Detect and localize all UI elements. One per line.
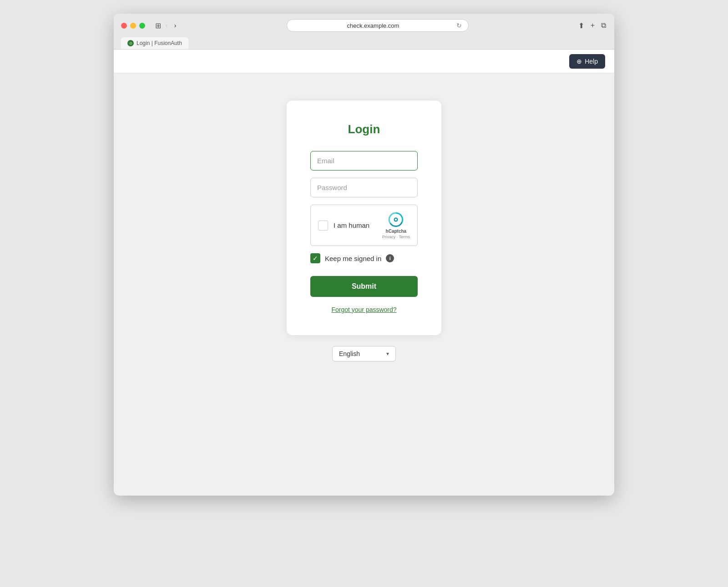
tab-favicon: ⊙ bbox=[127, 40, 134, 46]
forgot-password-link[interactable]: Forgot your password? bbox=[310, 306, 418, 313]
new-tab-icon[interactable]: + bbox=[590, 20, 596, 30]
password-field-group bbox=[310, 178, 418, 197]
close-button[interactable] bbox=[121, 23, 127, 29]
email-field-group bbox=[310, 151, 418, 171]
tab-favicon-letter: ⊙ bbox=[129, 41, 132, 45]
back-button[interactable]: ‹ bbox=[164, 21, 170, 30]
login-title: Login bbox=[310, 122, 418, 136]
tab-title: Login | FusionAuth bbox=[136, 40, 182, 46]
captcha-widget[interactable]: I am human bbox=[310, 205, 418, 246]
checkmark-icon: ✓ bbox=[313, 255, 318, 261]
main-content: Login I am human bbox=[114, 73, 614, 496]
forward-button[interactable]: › bbox=[172, 21, 178, 30]
email-input[interactable] bbox=[310, 151, 418, 171]
keep-signed-row: ✓ Keep me signed in i bbox=[310, 253, 418, 263]
login-card: Login I am human bbox=[287, 100, 441, 335]
browser-actions: ⬆ + ⧉ bbox=[577, 20, 607, 31]
forgot-password-label: Forgot your password? bbox=[331, 306, 396, 313]
url-text: check.example.com bbox=[293, 22, 453, 29]
tabs-overview-icon[interactable]: ⧉ bbox=[600, 20, 607, 30]
language-selector-value: English bbox=[339, 350, 383, 357]
share-icon[interactable]: ⬆ bbox=[577, 20, 585, 31]
password-input[interactable] bbox=[310, 178, 418, 197]
question-circle-icon: ⊕ bbox=[576, 58, 582, 65]
captcha-left: I am human bbox=[318, 221, 369, 231]
captcha-checkbox[interactable] bbox=[318, 221, 328, 231]
captcha-right: hCaptcha Privacy · Terms bbox=[382, 211, 410, 239]
captcha-links[interactable]: Privacy · Terms bbox=[382, 235, 410, 239]
app-topbar: ⊕ Help bbox=[114, 50, 614, 73]
browser-content: ⊕ Help Login I bbox=[114, 50, 614, 496]
browser-tab[interactable]: ⊙ Login | FusionAuth bbox=[121, 37, 188, 49]
language-selector[interactable]: English ▾ bbox=[332, 346, 396, 361]
help-button[interactable]: ⊕ Help bbox=[569, 54, 605, 69]
captcha-brand-label: hCaptcha bbox=[386, 229, 407, 234]
svg-point-2 bbox=[395, 219, 397, 221]
sidebar-toggle-icon[interactable]: ⊞ bbox=[155, 21, 161, 30]
url-bar[interactable]: check.example.com ↻ bbox=[287, 19, 469, 32]
submit-label: Submit bbox=[352, 282, 376, 290]
keep-signed-checkbox[interactable]: ✓ bbox=[310, 253, 320, 263]
info-icon[interactable]: i bbox=[386, 254, 394, 262]
keep-signed-label: Keep me signed in bbox=[325, 255, 381, 262]
hcaptcha-logo bbox=[388, 211, 404, 228]
browser-controls: ⊞ ‹ › bbox=[155, 21, 178, 30]
maximize-button[interactable] bbox=[139, 23, 145, 29]
chevron-down-icon: ▾ bbox=[386, 351, 389, 357]
language-selector-wrapper: English ▾ bbox=[332, 346, 396, 361]
help-label: Help bbox=[585, 58, 598, 65]
captcha-label: I am human bbox=[334, 221, 369, 229]
minimize-button[interactable] bbox=[130, 23, 136, 29]
traffic-lights bbox=[121, 23, 145, 29]
reload-icon[interactable]: ↻ bbox=[456, 22, 462, 29]
submit-button[interactable]: Submit bbox=[310, 276, 418, 297]
